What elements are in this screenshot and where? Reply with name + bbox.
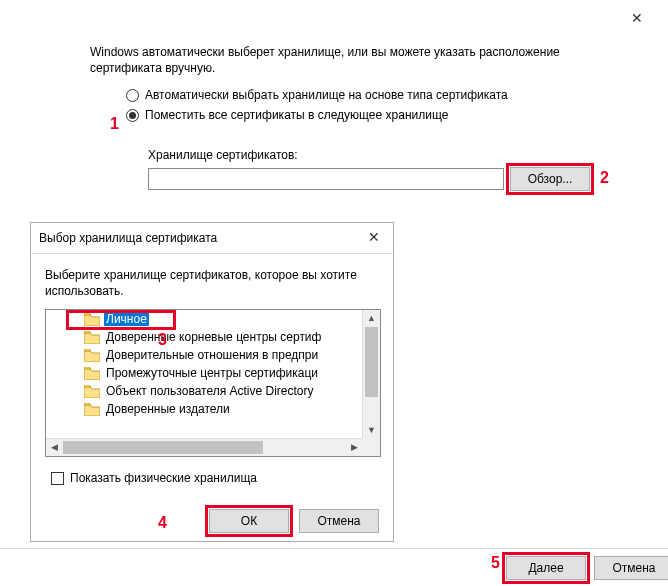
close-icon[interactable]: ✕ — [359, 225, 389, 249]
scroll-down-icon[interactable]: ▼ — [363, 422, 380, 439]
folder-icon — [84, 331, 100, 344]
store-input[interactable] — [148, 168, 504, 190]
browse-button[interactable]: Обзор... — [510, 167, 590, 191]
annotation-number-5: 5 — [491, 554, 500, 572]
annotation-number-2: 2 — [600, 169, 609, 187]
show-physical-checkbox[interactable]: Показать физические хранилища — [51, 471, 257, 485]
radio-icon — [126, 109, 139, 122]
option-auto-label: Автоматически выбрать хранилище на основ… — [145, 88, 508, 102]
annotation-number-1: 1 — [110, 115, 119, 133]
tree-item-personal[interactable]: Личное — [46, 310, 363, 328]
tree-item-label: Доверенные корневые центры сертиф — [104, 330, 323, 344]
horizontal-scrollbar[interactable]: ◀ ▶ — [46, 438, 363, 456]
option-auto[interactable]: Автоматически выбрать хранилище на основ… — [126, 88, 508, 102]
option-manual-label: Поместить все сертификаты в следующее хр… — [145, 108, 448, 122]
select-store-dialog: Выбор хранилища сертификата ✕ Выберите х… — [30, 222, 394, 542]
tree-item[interactable]: Доверительные отношения в предпри — [46, 346, 363, 364]
scroll-thumb[interactable] — [63, 441, 263, 454]
scroll-up-icon[interactable]: ▲ — [363, 310, 380, 327]
tree-item-label: Личное — [104, 312, 149, 326]
folder-icon — [84, 349, 100, 362]
store-options: Автоматически выбрать хранилище на основ… — [126, 88, 508, 128]
tree-item-label: Доверенные издатели — [104, 402, 232, 416]
divider — [31, 253, 393, 254]
option-manual[interactable]: Поместить все сертификаты в следующее хр… — [126, 108, 508, 122]
dialog-instruction: Выберите хранилище сертификатов, которое… — [45, 267, 375, 299]
tree-item[interactable]: Доверенные корневые центры сертиф — [46, 328, 363, 346]
vertical-scrollbar[interactable]: ▲ ▼ — [362, 310, 380, 439]
tree-item[interactable]: Объект пользователя Active Directory — [46, 382, 363, 400]
divider — [0, 548, 668, 549]
folder-icon — [84, 385, 100, 398]
folder-icon — [84, 367, 100, 380]
tree-viewport: Личное Доверенные корневые центры сертиф… — [46, 310, 363, 439]
scroll-right-icon[interactable]: ▶ — [346, 439, 363, 456]
cancel-button[interactable]: Отмена — [299, 509, 379, 533]
tree-item[interactable]: Доверенные издатели — [46, 400, 363, 418]
ok-button[interactable]: ОК — [209, 509, 289, 533]
tree-item-label: Промежуточные центры сертификаци — [104, 366, 320, 380]
scroll-thumb[interactable] — [365, 327, 378, 397]
show-physical-label: Показать физические хранилища — [70, 471, 257, 485]
scrollbar-corner — [363, 439, 380, 456]
store-tree: Личное Доверенные корневые центры сертиф… — [45, 309, 381, 457]
tree-item-label: Доверительные отношения в предпри — [104, 348, 320, 362]
dialog-title: Выбор хранилища сертификата — [39, 231, 217, 245]
tree-item-label: Объект пользователя Active Directory — [104, 384, 316, 398]
folder-icon — [84, 403, 100, 416]
cert-import-wizard-page: ✕ Windows автоматически выберет хранилищ… — [0, 0, 668, 586]
wizard-cancel-button[interactable]: Отмена — [594, 556, 668, 580]
close-icon[interactable]: ✕ — [622, 6, 652, 30]
next-button[interactable]: Далее — [506, 556, 586, 580]
intro-text: Windows автоматически выберет хранилище,… — [90, 44, 610, 76]
tree-item[interactable]: Промежуточные центры сертификаци — [46, 364, 363, 382]
folder-icon — [84, 313, 100, 326]
radio-icon — [126, 89, 139, 102]
scroll-left-icon[interactable]: ◀ — [46, 439, 63, 456]
store-field-label: Хранилище сертификатов: — [148, 148, 298, 162]
checkbox-icon — [51, 472, 64, 485]
